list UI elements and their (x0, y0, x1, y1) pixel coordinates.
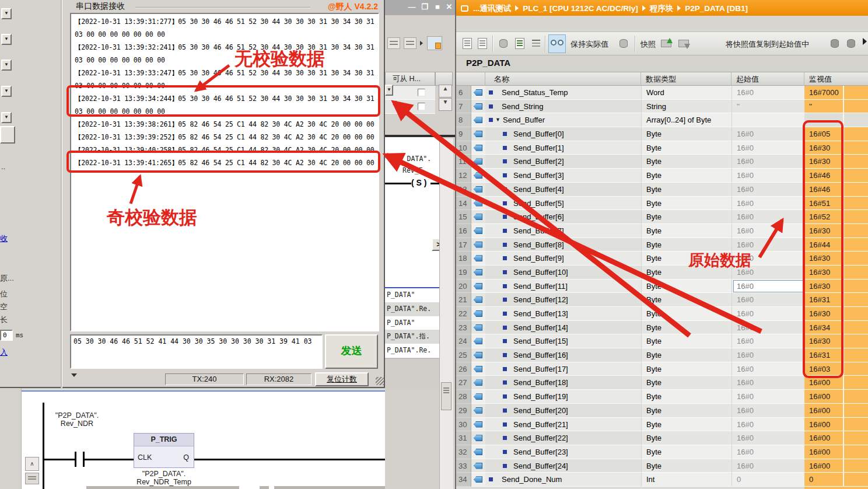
start-value-cell[interactable]: 16#0 (732, 293, 804, 307)
start-value-cell[interactable]: 16#0 (732, 169, 804, 183)
name-cell[interactable]: ▼Send_Buffer[8] (485, 238, 641, 252)
dropdown-arrow-icon[interactable] (420, 41, 423, 46)
start-value-cell[interactable]: '' (732, 100, 804, 114)
name-cell[interactable]: ▼Send_Buffer[11] (485, 280, 641, 294)
name-cell[interactable]: ▼Send_Buffer[17] (485, 362, 641, 376)
type-cell[interactable]: Byte (641, 155, 732, 169)
name-cell[interactable]: ▼Send_Buffer[16] (485, 348, 641, 362)
start-value-cell[interactable]: 0 (732, 473, 804, 487)
type-cell[interactable]: Byte (641, 293, 732, 307)
collapse-icon[interactable]: ▼ (495, 113, 501, 127)
start-value-cell[interactable]: 16#0 (732, 127, 804, 141)
start-value-cell[interactable]: 16#0 (732, 348, 804, 362)
name-cell[interactable]: ▼Send_Buffer[5] (485, 197, 641, 211)
scrollbar-thumb[interactable] (25, 473, 39, 484)
start-value-cell[interactable]: 16#0 (732, 238, 804, 252)
breadcrumb-plc[interactable]: PLC_1 [CPU 1212C AC/DC/Rly] (523, 4, 638, 13)
column-header-monitor[interactable]: 监视值 (804, 72, 868, 86)
start-value-cell[interactable]: 16#0 (732, 155, 804, 169)
table-row[interactable]: 27 ▼Send_Buffer[18] Byte 16#0 16#00 (456, 376, 868, 390)
start-value-cell[interactable]: 16#0 (732, 252, 804, 266)
camera-down-icon[interactable] (678, 37, 692, 51)
type-cell[interactable]: Byte (641, 334, 732, 348)
type-cell[interactable]: Byte (641, 169, 732, 183)
start-value-cell[interactable]: 16#0 (732, 390, 804, 404)
combo-arrow-icon[interactable]: ▼ (1, 60, 12, 71)
start-value-cell[interactable]: 16#0 (732, 431, 804, 445)
type-cell[interactable]: Byte (641, 141, 732, 155)
table-row[interactable]: 15 ▼Send_Buffer[6] Byte 16#0 16#52 (456, 210, 868, 224)
name-cell[interactable]: ▼Send_Buffer[3] (485, 169, 641, 183)
name-cell[interactable]: ▼Send_Buffer[21] (485, 418, 641, 432)
type-cell[interactable]: Byte (641, 362, 732, 376)
column-header-hmi[interactable]: 可从 H... (385, 72, 435, 86)
start-value-cell[interactable]: 16#0 (732, 266, 804, 280)
table-row[interactable]: 7 ▼Send_String String '' '' (456, 100, 868, 114)
snapshot-button[interactable]: 快照 (640, 39, 656, 50)
operand-list-item[interactable]: P_DATA" (385, 316, 442, 330)
start-value-editbox[interactable]: 16#0 (733, 280, 803, 292)
type-cell[interactable]: Byte (641, 390, 732, 404)
start-value-cell[interactable]: 16#0 (732, 86, 804, 100)
clk-input[interactable]: CLK (138, 453, 152, 462)
table-row[interactable]: 12 ▼Send_Buffer[3] Byte 16#0 16#46 (456, 169, 868, 183)
combo-arrow-icon[interactable]: ▼ (1, 34, 12, 45)
operand-list-item[interactable]: P_DATA".Re. (385, 302, 442, 316)
type-cell[interactable]: Byte (641, 431, 732, 445)
scrollbar-thumb[interactable] (441, 382, 452, 410)
resize-grip-icon[interactable] (376, 377, 384, 385)
go-online-icon[interactable] (387, 37, 400, 49)
column-header-name[interactable]: 名称 (485, 72, 641, 86)
start-value-cell[interactable]: 16#0 (732, 321, 804, 335)
type-cell[interactable]: Byte (641, 348, 732, 362)
type-cell[interactable]: Byte (641, 459, 732, 473)
name-cell[interactable]: ▼Send_Status_Temp (485, 86, 641, 100)
minimize-icon[interactable]: — (406, 2, 418, 12)
table-row[interactable]: 10 ▼Send_Buffer[1] Byte 16#0 16#30 (456, 141, 868, 155)
table-row[interactable]: 18 ▼Send_Buffer[9] Byte 16#0 16#30 (456, 252, 868, 266)
type-cell[interactable]: Byte (641, 376, 732, 390)
type-cell[interactable]: Byte (641, 321, 732, 335)
start-value-cell[interactable] (732, 113, 804, 127)
start-value-cell[interactable]: 16#0 (732, 404, 804, 418)
close-icon[interactable]: ✕ (443, 2, 455, 12)
name-cell[interactable]: ▼Send_Buffer[2] (485, 155, 641, 169)
table-row[interactable]: 25 ▼Send_Buffer[16] Byte 16#0 16#31 (456, 348, 868, 362)
input-link[interactable]: 入 (0, 347, 8, 358)
side-button[interactable] (0, 126, 15, 144)
table-row[interactable]: 29 ▼Send_Buffer[20] Byte 16#0 16#00 (456, 404, 868, 418)
type-cell[interactable]: Byte (641, 445, 732, 459)
start-value-cell[interactable]: 16#0 (732, 307, 804, 321)
table-row[interactable]: 21 ▼Send_Buffer[12] Byte 16#0 16#31 (456, 293, 868, 307)
table-row[interactable]: 24 ▼Send_Buffer[15] Byte 16#0 16#30 (456, 334, 868, 348)
table-row[interactable]: 22 ▼Send_Buffer[13] Byte 16#0 16#30 (456, 307, 868, 321)
start-value-cell[interactable]: 16#0 (732, 334, 804, 348)
load-snapshot-values-icon[interactable] (845, 37, 859, 51)
operand-list-item[interactable]: P_DATA".指. (385, 330, 442, 344)
q-output[interactable]: Q (183, 453, 189, 462)
load-start-values-icon[interactable] (828, 37, 842, 51)
type-cell[interactable]: Byte (641, 418, 732, 432)
name-cell[interactable]: ▼Send_Buffer[7] (485, 224, 641, 238)
name-cell[interactable]: ▼Send_Buffer[6] (485, 210, 641, 224)
add-row-icon[interactable] (476, 37, 490, 51)
hmi-checkbox[interactable] (418, 103, 425, 110)
copy-snapshot-button[interactable]: 将快照值复制到起始值中 (726, 39, 809, 50)
receive-link[interactable]: 收 (0, 233, 8, 244)
start-value-cell[interactable]: 16#0 (732, 445, 804, 459)
name-cell[interactable]: ▼Send_Buffer[9] (485, 252, 641, 266)
type-cell[interactable]: Byte (641, 238, 732, 252)
type-cell[interactable]: Byte (641, 404, 732, 418)
set-coil[interactable]: ( S ) (411, 178, 426, 187)
table-row[interactable]: 9 ▼Send_Buffer[0] Byte 16#0 16#05 (456, 127, 868, 141)
table-row[interactable]: 26 ▼Send_Buffer[17] Byte 16#0 16#03 (456, 362, 868, 376)
type-cell[interactable]: Byte (641, 210, 732, 224)
restore-icon[interactable]: ❐ (419, 2, 430, 12)
name-cell[interactable]: ▼Send_Buffer[10] (485, 266, 641, 280)
table-row[interactable]: 6 ▼Send_Status_Temp Word 16#0 16#7000 (456, 86, 868, 100)
reset-start-values-icon[interactable] (497, 37, 511, 51)
type-cell[interactable]: Array[0..24] of Byte (641, 113, 732, 127)
breadcrumb-db[interactable]: P2P_DATA [DB1] (685, 4, 748, 13)
type-cell[interactable]: Byte (641, 183, 732, 197)
name-cell[interactable]: ▼Send_Buffer[19] (485, 390, 641, 404)
